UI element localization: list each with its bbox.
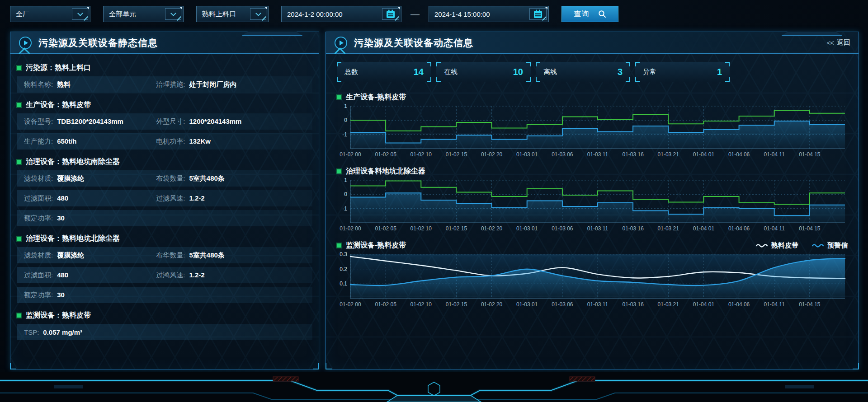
chevron-down-icon bbox=[170, 10, 176, 16]
play-icon bbox=[334, 36, 348, 50]
end-datetime-input[interactable]: 2024-1-4 15:00:00 bbox=[429, 6, 549, 22]
legend-item[interactable]: 预警信 bbox=[812, 241, 848, 250]
static-info-list: 污染源：熟料上料口物料名称:熟料治理措施:处于封闭厂房内生产设备：熟料皮带设备型… bbox=[10, 54, 319, 340]
back-chevrons-icon: << bbox=[826, 39, 834, 47]
svg-text:1: 1 bbox=[344, 178, 347, 183]
info-pair: 过滤面积:480 bbox=[24, 194, 156, 203]
svg-text:01-03 06: 01-03 06 bbox=[552, 225, 573, 232]
chevron-down-icon bbox=[77, 10, 83, 16]
info-label: 电机功率: bbox=[156, 137, 185, 146]
info-section-heading-text: 治理设备：熟料地坑北除尘器 bbox=[26, 234, 120, 243]
svg-text:01-02 10: 01-02 10 bbox=[410, 225, 432, 232]
start-datetime-value: 2024-1-2 00:00:00 bbox=[287, 10, 343, 18]
source-select-value: 熟料上料口 bbox=[202, 10, 236, 19]
panel-corner-decoration bbox=[853, 363, 859, 369]
info-value: 覆膜涤纶 bbox=[57, 251, 84, 260]
end-calendar-button[interactable] bbox=[529, 8, 547, 20]
static-info-panel-title: 污染源及关联设备静态信息 bbox=[38, 37, 158, 49]
info-section-heading-text: 污染源：熟料上料口 bbox=[26, 63, 91, 73]
info-value: 1200*204143mm bbox=[189, 117, 242, 125]
info-pair: TSP:0.057 mg/m³ bbox=[24, 328, 305, 336]
source-select-chevron-box[interactable] bbox=[250, 8, 266, 20]
green-square-icon bbox=[337, 243, 341, 248]
info-section-heading-text: 生产设备：熟料皮带 bbox=[26, 100, 91, 110]
svg-text:01-03 01: 01-03 01 bbox=[516, 151, 538, 158]
info-row: 物料名称:熟料治理措施:处于封闭厂房内 bbox=[17, 76, 312, 93]
info-pair: 电机功率:132Kw bbox=[156, 137, 305, 146]
chart-svg-1[interactable]: 10-101-02 0001-02 0501-02 1001-02 1501-0… bbox=[337, 178, 848, 234]
chart-svg-2[interactable]: 0.30.20.101-02 0001-02 0501-02 1001-02 1… bbox=[337, 252, 848, 309]
svg-text:1: 1 bbox=[344, 103, 347, 109]
svg-text:0.2: 0.2 bbox=[340, 266, 347, 272]
corner-bracket-icon bbox=[626, 62, 630, 66]
info-value: 5室共480条 bbox=[189, 251, 225, 260]
charts-area: 生产设备-熟料皮带 10-101-02 0001-02 0501-02 1001… bbox=[326, 84, 859, 309]
corner-bracket-icon bbox=[635, 77, 640, 82]
chevron-down-icon bbox=[255, 10, 261, 16]
svg-text:01-02 05: 01-02 05 bbox=[375, 301, 396, 308]
unit-select-chevron-box[interactable] bbox=[165, 8, 181, 20]
corner-bracket-icon bbox=[337, 62, 341, 66]
info-section-heading: 生产设备：熟料皮带 bbox=[17, 96, 312, 113]
device-stats-row: 总数14在线10离线3异常1 bbox=[337, 62, 848, 82]
query-button[interactable]: 查询 bbox=[561, 6, 618, 22]
main-area: 污染源及关联设备静态信息 污染源：熟料上料口物料名称:熟料治理措施:处于封闭厂房… bbox=[0, 23, 868, 369]
svg-text:01-03 11: 01-03 11 bbox=[587, 301, 609, 308]
info-value: 132Kw bbox=[189, 137, 211, 145]
svg-text:01-04 11: 01-04 11 bbox=[764, 151, 785, 158]
plant-select-chevron-box[interactable] bbox=[72, 8, 88, 20]
svg-text:01-04 01: 01-04 01 bbox=[693, 225, 715, 232]
info-section-heading: 污染源：熟料上料口 bbox=[17, 59, 312, 76]
svg-text:01-02 05: 01-02 05 bbox=[375, 151, 396, 158]
svg-text:01-03 21: 01-03 21 bbox=[658, 151, 679, 158]
date-range-separator: — bbox=[410, 9, 420, 19]
info-row: 额定功率:30 bbox=[17, 287, 312, 303]
info-label: 治理措施: bbox=[156, 80, 185, 89]
wave-line-icon bbox=[756, 243, 768, 248]
svg-text:01-02 10: 01-02 10 bbox=[410, 151, 432, 158]
static-info-panel: 污染源及关联设备静态信息 污染源：熟料上料口物料名称:熟料治理措施:处于封闭厂房… bbox=[10, 32, 319, 369]
panel-corner-decoration bbox=[326, 363, 332, 369]
info-label: 过鸿风速: bbox=[156, 271, 185, 280]
back-link[interactable]: << 返回 bbox=[826, 38, 850, 47]
start-calendar-button[interactable] bbox=[382, 8, 399, 20]
info-pair: 布袋数量:5室共480条 bbox=[156, 174, 305, 183]
svg-text:01-03 11: 01-03 11 bbox=[587, 151, 609, 158]
unit-select[interactable]: 全部单元 bbox=[103, 6, 184, 22]
chart-title-row: 生产设备-熟料皮带 bbox=[337, 91, 848, 103]
info-label: 外型尺寸: bbox=[156, 117, 185, 126]
info-label: 过滤面积: bbox=[24, 194, 53, 203]
stat-card: 在线10 bbox=[436, 62, 531, 82]
info-pair: 生产能力:650t/h bbox=[24, 137, 156, 146]
source-select[interactable]: 熟料上料口 bbox=[196, 6, 269, 22]
stat-label: 离线 bbox=[543, 68, 557, 76]
stat-card: 离线3 bbox=[536, 62, 630, 82]
svg-text:01-04 06: 01-04 06 bbox=[728, 225, 750, 232]
legend-item[interactable]: 熟料皮带 bbox=[756, 241, 798, 250]
start-datetime-input[interactable]: 2024-1-2 00:00:00 bbox=[281, 6, 401, 22]
stat-label: 在线 bbox=[444, 68, 458, 76]
info-value: 480 bbox=[57, 271, 68, 279]
info-label: 额定功率: bbox=[24, 291, 53, 299]
info-row: 设备型号:TDB1200*204143mm外型尺寸:1200*204143mm bbox=[17, 113, 312, 130]
stat-value: 10 bbox=[513, 67, 523, 77]
svg-text:01-04 15: 01-04 15 bbox=[799, 151, 821, 158]
svg-text:01-04 06: 01-04 06 bbox=[728, 301, 750, 308]
info-row: 额定功率:30 bbox=[17, 210, 312, 226]
wave-line-icon bbox=[812, 243, 824, 248]
plant-select[interactable]: 全厂 bbox=[10, 6, 90, 22]
info-label: 物料名称: bbox=[24, 80, 53, 89]
svg-text:01-03 01: 01-03 01 bbox=[516, 301, 538, 308]
svg-text:01-02 00: 01-02 00 bbox=[340, 225, 361, 232]
corner-bracket-icon bbox=[427, 77, 431, 82]
chart-block-0: 生产设备-熟料皮带 10-101-02 0001-02 0501-02 1001… bbox=[337, 91, 848, 159]
chart-title: 治理设备料地坑北除尘器 bbox=[346, 167, 425, 176]
panel-corner-decoration bbox=[313, 363, 319, 369]
corner-bracket-icon bbox=[436, 62, 441, 66]
chart-svg-0[interactable]: 10-101-02 0001-02 0501-02 1001-02 1501-0… bbox=[337, 103, 848, 159]
green-square-icon bbox=[17, 160, 21, 164]
info-row: 滤袋材质:覆膜涤纶布华数量:5室共480条 bbox=[17, 247, 312, 263]
info-pair: 外型尺寸:1200*204143mm bbox=[156, 117, 305, 126]
svg-text:01-03 16: 01-03 16 bbox=[622, 151, 644, 158]
info-label: 滤袋材质: bbox=[24, 174, 53, 183]
